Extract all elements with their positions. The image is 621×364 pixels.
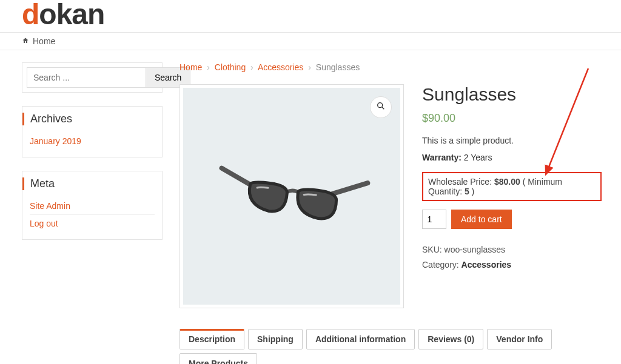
wholesale-label: Wholesale Price:: [428, 177, 494, 187]
nav-home-label: Home: [33, 36, 55, 46]
sku-value: woo-sunglasses: [445, 245, 505, 254]
category-link[interactable]: Accessories: [462, 260, 512, 270]
wholesale-price-box: Wholesale Price: $80.00 ( Minimum Quanti…: [422, 172, 602, 201]
chevron-right-icon: ›: [250, 62, 253, 72]
home-icon: [22, 36, 29, 46]
product-image[interactable]: [183, 88, 400, 305]
warranty-value: 2 Years: [464, 153, 492, 162]
svg-point-0: [378, 103, 383, 108]
sidebar: Search Archives January 2019 Meta Site A…: [22, 62, 163, 364]
product-tabs: Description Shipping Additional informat…: [180, 329, 602, 364]
product-title: Sunglasses: [422, 84, 602, 105]
archive-item[interactable]: January 2019: [30, 133, 155, 150]
magnifier-icon: [376, 101, 386, 113]
tab-more-products[interactable]: More Products: [180, 353, 257, 364]
meta-link-logout[interactable]: Log out: [30, 219, 58, 228]
add-to-cart-row: Add to cart: [422, 210, 602, 229]
product-short-description: This is a simple product.: [422, 136, 602, 145]
zoom-button[interactable]: [370, 96, 392, 118]
meta-link-siteadmin[interactable]: Site Admin: [30, 201, 70, 211]
tab-shipping[interactable]: Shipping: [248, 329, 303, 349]
product-meta: SKU: woo-sunglasses Category: Accessorie…: [422, 242, 602, 273]
product-top: Sunglasses $90.00 This is a simple produ…: [180, 84, 602, 308]
product-warranty: Warranty: 2 Years: [422, 153, 602, 162]
nav-home-link[interactable]: Home: [22, 36, 55, 46]
meta-title: Meta: [22, 177, 155, 190]
tab-vendor-info[interactable]: Vendor Info: [487, 329, 552, 349]
product-gallery: [180, 84, 404, 308]
main-content: Home › Clothing › Accessories › Sunglass…: [180, 62, 602, 364]
wholesale-minqty-value: 5: [465, 187, 469, 196]
product-price: $90.00: [422, 112, 602, 125]
quantity-stepper[interactable]: [422, 210, 446, 229]
site-logo[interactable]: dokan: [22, 0, 104, 30]
archive-link[interactable]: January 2019: [30, 136, 81, 146]
sku-label: SKU:: [422, 245, 445, 254]
chevron-right-icon: ›: [308, 62, 311, 72]
meta-item[interactable]: Site Admin: [30, 197, 155, 214]
breadcrumb-current: Sunglasses: [316, 62, 360, 72]
chevron-right-icon: ›: [207, 62, 210, 72]
breadcrumb-accessories[interactable]: Accessories: [258, 62, 303, 72]
product-summary: Sunglasses $90.00 This is a simple produ…: [422, 84, 602, 308]
top-nav: Home: [0, 32, 621, 50]
breadcrumb: Home › Clothing › Accessories › Sunglass…: [180, 62, 602, 72]
logo-first-letter: d: [22, 0, 39, 30]
category-label: Category:: [422, 260, 462, 270]
breadcrumb-clothing[interactable]: Clothing: [215, 62, 246, 72]
archives-widget: Archives January 2019: [22, 106, 163, 157]
meta-item[interactable]: Log out: [30, 214, 155, 232]
breadcrumb-home[interactable]: Home: [180, 62, 202, 72]
wholesale-suffix: ): [469, 187, 475, 196]
archives-title: Archives: [22, 113, 155, 125]
meta-widget: Meta Site Admin Log out: [22, 171, 163, 240]
tab-description[interactable]: Description: [180, 329, 244, 349]
wholesale-price: $80.00: [494, 177, 520, 187]
logo-bar: dokan: [0, 0, 621, 31]
search-widget: Search: [22, 62, 163, 93]
tab-reviews[interactable]: Reviews (0): [418, 329, 483, 349]
tab-additional-info[interactable]: Additional information: [306, 329, 415, 349]
sunglasses-icon: [213, 156, 371, 237]
search-input[interactable]: [27, 67, 146, 88]
logo-rest: okan: [39, 0, 104, 30]
warranty-label: Warranty:: [422, 153, 462, 162]
add-to-cart-button[interactable]: Add to cart: [451, 210, 512, 229]
